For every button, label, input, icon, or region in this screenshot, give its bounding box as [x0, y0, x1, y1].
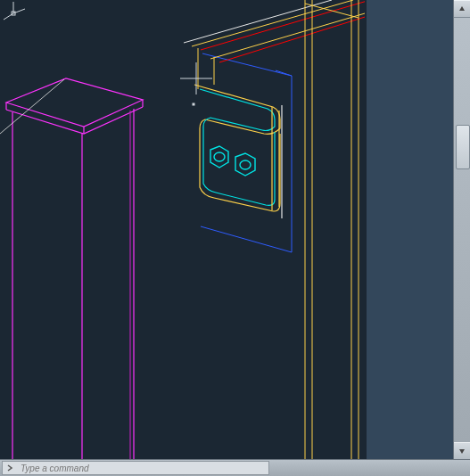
svg-marker-36: [459, 6, 465, 11]
svg-line-1: [192, 0, 353, 46]
svg-point-14: [240, 160, 251, 169]
panel-right-blue: [366, 0, 454, 460]
chevron-down-icon: [458, 447, 466, 455]
svg-marker-37: [459, 449, 465, 454]
chevron-up-icon: [458, 5, 466, 12]
bottom-bar: [0, 459, 470, 476]
svg-line-0: [276, 70, 292, 76]
scrollbar-thumb[interactable]: [456, 125, 470, 169]
svg-marker-11: [210, 146, 228, 168]
gusset-plate: [194, 85, 282, 218]
svg-line-2: [201, 0, 370, 50]
command-prompt-icon: [6, 464, 15, 472]
command-line[interactable]: [2, 461, 269, 475]
vertical-scrollbar[interactable]: [453, 0, 470, 460]
bolt-2: [235, 153, 255, 176]
svg-marker-21: [6, 78, 143, 127]
ucs-icon: [0, 0, 27, 27]
cad-drawing-canvas[interactable]: [0, 0, 454, 460]
scroll-down-button[interactable]: [454, 442, 470, 460]
command-input[interactable]: [19, 463, 254, 474]
scroll-up-button[interactable]: [454, 0, 470, 18]
svg-marker-13: [235, 153, 255, 176]
svg-point-12: [214, 152, 225, 161]
column-magenta: [6, 78, 143, 460]
svg-rect-31: [193, 103, 194, 105]
model-viewport[interactable]: [0, 0, 454, 460]
crosshair-cursor: [180, 62, 212, 105]
svg-line-5: [184, 0, 332, 43]
bolt-1: [210, 146, 228, 168]
edge-white: [0, 79, 64, 134]
svg-rect-20: [366, 0, 454, 460]
beam-vertical-yellow: [305, 0, 359, 460]
